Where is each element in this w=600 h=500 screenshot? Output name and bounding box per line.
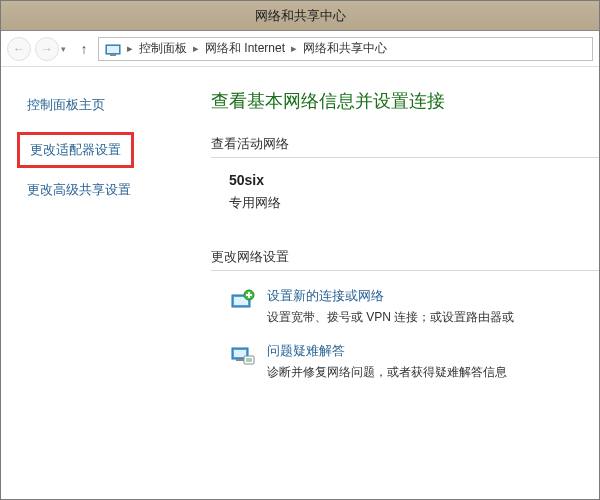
breadcrumb-network-internet[interactable]: 网络和 Internet [205, 40, 285, 57]
sidebar-control-panel-home[interactable]: 控制面板主页 [27, 96, 105, 114]
new-connection-link[interactable]: 设置新的连接或网络 [267, 287, 514, 305]
new-connection-icon [229, 287, 257, 315]
sidebar-advanced-sharing-settings[interactable]: 更改高级共享设置 [27, 181, 131, 199]
svg-rect-11 [244, 356, 254, 364]
chevron-right-icon: ▸ [291, 42, 297, 55]
settings-item-troubleshoot: 问题疑难解答 诊断并修复网络问题，或者获得疑难解答信息 [229, 342, 599, 381]
new-connection-desc: 设置宽带、拨号或 VPN 连接；或设置路由器或 [267, 309, 514, 326]
arrow-left-icon: ← [13, 42, 25, 56]
up-button[interactable]: ↑ [74, 39, 94, 59]
history-dropdown-icon[interactable]: ▾ [61, 44, 66, 54]
sidebar-change-adapter-settings[interactable]: 更改适配器设置 [17, 132, 134, 168]
network-name: 50six [229, 172, 599, 188]
troubleshoot-desc: 诊断并修复网络问题，或者获得疑难解答信息 [267, 364, 507, 381]
troubleshoot-icon [229, 342, 257, 370]
back-button[interactable]: ← [7, 37, 31, 61]
active-network: 50six 专用网络 [229, 172, 599, 212]
titlebar: 网络和共享中心 [1, 1, 599, 31]
svg-rect-10 [236, 359, 244, 361]
chevron-right-icon: ▸ [193, 42, 199, 55]
sidebar: 控制面板主页 更改适配器设置 更改高级共享设置 [1, 67, 211, 499]
breadcrumb-sharing-center[interactable]: 网络和共享中心 [303, 40, 387, 57]
forward-button[interactable]: → [35, 37, 59, 61]
settings-item-new-connection: 设置新的连接或网络 设置宽带、拨号或 VPN 连接；或设置路由器或 [229, 287, 599, 326]
window-title: 网络和共享中心 [255, 7, 346, 25]
svg-rect-2 [110, 54, 116, 56]
change-settings-heading: 更改网络设置 [211, 248, 599, 271]
active-networks-heading: 查看活动网络 [211, 135, 599, 158]
content: 查看基本网络信息并设置连接 查看活动网络 50six 专用网络 更改网络设置 设… [211, 67, 599, 499]
troubleshoot-link[interactable]: 问题疑难解答 [267, 342, 507, 360]
page-heading: 查看基本网络信息并设置连接 [211, 89, 599, 113]
chevron-right-icon: ▸ [127, 42, 133, 55]
arrow-right-icon: → [41, 42, 53, 56]
breadcrumb-control-panel[interactable]: 控制面板 [139, 40, 187, 57]
control-panel-icon [105, 41, 121, 57]
body: 控制面板主页 更改适配器设置 更改高级共享设置 查看基本网络信息并设置连接 查看… [1, 67, 599, 499]
address-bar[interactable]: ▸ 控制面板 ▸ 网络和 Internet ▸ 网络和共享中心 [98, 37, 593, 61]
svg-rect-1 [107, 46, 119, 53]
arrow-up-icon: ↑ [81, 41, 88, 57]
network-type: 专用网络 [229, 194, 599, 212]
navbar: ← → ▾ ↑ ▸ 控制面板 ▸ 网络和 Internet ▸ 网络和共享中心 [1, 31, 599, 67]
